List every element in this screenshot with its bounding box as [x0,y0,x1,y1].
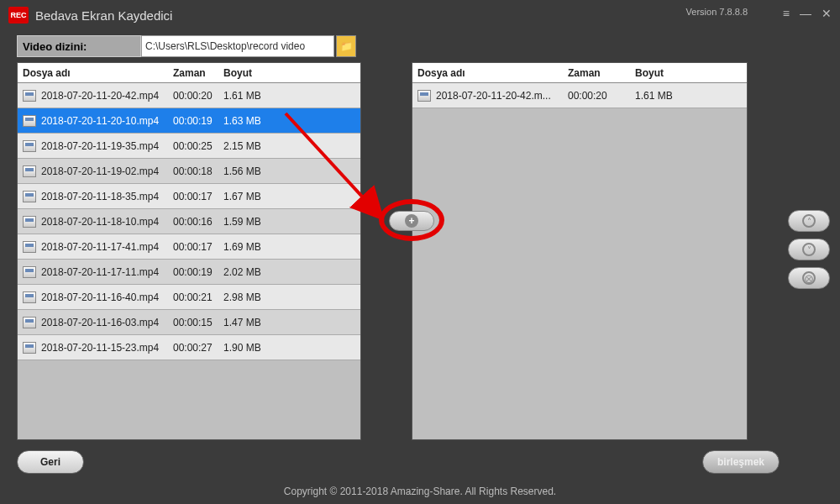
browse-button[interactable]: 📁 [336,35,356,57]
add-button[interactable]: + [389,211,434,231]
table-row[interactable]: 2018-07-20-11-15-23.mp400:00:271.90 MB [18,335,360,360]
version-label: Version 7.8.8.8 [686,7,748,17]
video-file-icon [23,342,36,354]
table-row[interactable]: 2018-07-20-11-16-40.mp400:00:212.98 MB [18,285,360,310]
move-up-button[interactable]: ˄ [788,210,830,232]
rec-badge: REC [8,7,29,24]
file-name: 2018-07-20-11-20-42.mp4 [41,90,173,102]
copyright-text: Copyright © 2011-2018 Amazing-Share. All… [0,486,840,497]
table-row[interactable]: 2018-07-20-11-19-02.mp400:00:181.56 MB [18,159,360,184]
video-file-icon [23,191,36,202]
folder-icon: 📁 [340,40,353,52]
file-duration: 00:00:20 [173,90,223,102]
file-size: 2.02 MB [223,266,341,278]
plus-icon: + [405,214,418,228]
file-name: 2018-07-20-11-19-35.mp4 [41,140,173,152]
file-name: 2018-07-20-11-20-42.m... [436,90,568,102]
video-file-icon [23,266,36,278]
file-size: 1.61 MB [223,90,341,102]
table-row[interactable]: 2018-07-20-11-16-03.mp400:00:151.47 MB [18,310,360,335]
table-row[interactable]: 2018-07-20-11-18-10.mp400:00:161.59 MB [18,209,360,234]
table-row[interactable]: 2018-07-20-11-17-41.mp400:00:171.69 MB [18,234,360,260]
col-name[interactable]: Dosya adı [412,67,568,79]
table-header: Dosya adı Zaman Boyut [412,63,747,83]
move-down-button[interactable]: ˅ [788,239,830,260]
file-duration: 00:00:27 [173,342,223,354]
chevron-up-icon: ˄ [802,214,816,228]
titlebar: REC Bedava Ekran Kaydedici Version 7.8.8… [0,0,840,30]
video-file-icon [417,90,431,102]
footer: Copyright © 2011-2018 Amazing-Share. All… [0,462,840,504]
file-duration: 00:00:18 [173,165,223,177]
video-file-icon [23,140,36,152]
file-size: 1.67 MB [223,191,341,202]
chevron-down-icon: ˅ [802,243,816,256]
file-duration: 00:00:15 [173,317,223,328]
file-duration: 00:00:21 [173,291,223,303]
file-duration: 00:00:16 [173,216,223,228]
video-file-icon [23,317,36,328]
window-controls: ≡ — ✕ [783,7,832,20]
video-file-icon [23,165,36,177]
file-duration: 00:00:25 [173,140,223,152]
target-file-list: Dosya adı Zaman Boyut 2018-07-20-11-20-4… [412,62,748,440]
file-size: 2.98 MB [223,291,341,303]
menu-icon[interactable]: ≡ [783,7,790,20]
col-size[interactable]: Boyut [635,67,736,79]
col-name[interactable]: Dosya adı [18,67,173,79]
table-header: Dosya adı Zaman Boyut [18,63,360,83]
file-name: 2018-07-20-11-15-23.mp4 [41,342,173,354]
path-label: Video dizini: [17,35,141,57]
col-size[interactable]: Boyut [223,67,349,79]
source-file-list: Dosya adı Zaman Boyut 2018-07-20-11-20-4… [17,62,361,440]
table-row[interactable]: 2018-07-20-11-20-10.mp400:00:191.63 MB [18,108,360,134]
table-row[interactable]: 2018-07-20-11-20-42.mp400:00:201.61 MB [18,83,360,108]
path-row: Video dizini: C:\Users\RLS\Desktop\recor… [17,35,840,57]
file-duration: 00:00:17 [173,241,223,253]
file-size: 2.15 MB [223,140,341,152]
file-duration: 00:00:19 [173,266,223,278]
file-name: 2018-07-20-11-18-10.mp4 [41,216,173,228]
remove-icon: ⨂ [802,271,816,285]
file-name: 2018-07-20-11-17-11.mp4 [41,266,173,278]
col-time[interactable]: Zaman [568,67,635,79]
file-name: 2018-07-20-11-20-10.mp4 [41,115,173,127]
video-file-icon [23,115,36,127]
minimize-icon[interactable]: — [800,7,811,20]
table-row[interactable]: 2018-07-20-11-17-11.mp400:00:192.02 MB [18,260,360,285]
file-size: 1.59 MB [223,216,341,228]
file-size: 1.63 MB [223,115,341,127]
transfer-controls: + [389,211,434,231]
remove-button[interactable]: ⨂ [788,267,830,289]
col-time[interactable]: Zaman [173,67,223,79]
file-name: 2018-07-20-11-19-02.mp4 [41,165,173,177]
video-file-icon [23,90,36,102]
reorder-controls: ˄ ˅ ⨂ [788,210,830,289]
table-row[interactable]: 2018-07-20-11-18-35.mp400:00:171.67 MB [18,184,360,209]
file-name: 2018-07-20-11-17-41.mp4 [41,241,173,253]
file-duration: 00:00:19 [173,115,223,127]
file-size: 1.61 MB [635,90,727,102]
file-size: 1.47 MB [223,317,341,328]
file-duration: 00:00:20 [568,90,635,102]
video-file-icon [23,241,36,253]
video-file-icon [23,216,36,228]
close-icon[interactable]: ✕ [822,7,832,20]
table-row[interactable]: 2018-07-20-11-19-35.mp400:00:252.15 MB [18,134,360,159]
path-input[interactable]: C:\Users\RLS\Desktop\record video [141,35,334,57]
app-title: Bedava Ekran Kaydedici [35,8,172,23]
file-size: 1.69 MB [223,241,341,253]
file-size: 1.56 MB [223,165,341,177]
video-file-icon [23,291,36,303]
file-name: 2018-07-20-11-18-35.mp4 [41,191,173,202]
file-name: 2018-07-20-11-16-03.mp4 [41,317,173,328]
file-name: 2018-07-20-11-16-40.mp4 [41,291,173,303]
file-duration: 00:00:17 [173,191,223,202]
table-row[interactable]: 2018-07-20-11-20-42.m...00:00:201.61 MB [412,83,747,108]
file-size: 1.90 MB [223,342,341,354]
